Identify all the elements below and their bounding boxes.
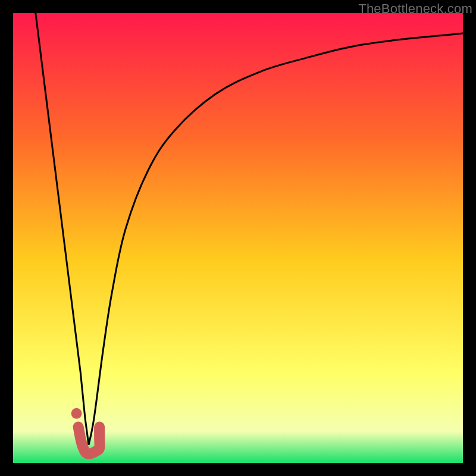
plot-area	[13, 13, 463, 463]
chart-frame: TheBottleneck.com	[0, 0, 476, 476]
chart-svg	[13, 13, 463, 463]
optimal-marker-dot	[71, 408, 82, 419]
watermark-text: TheBottleneck.com	[358, 1, 472, 17]
